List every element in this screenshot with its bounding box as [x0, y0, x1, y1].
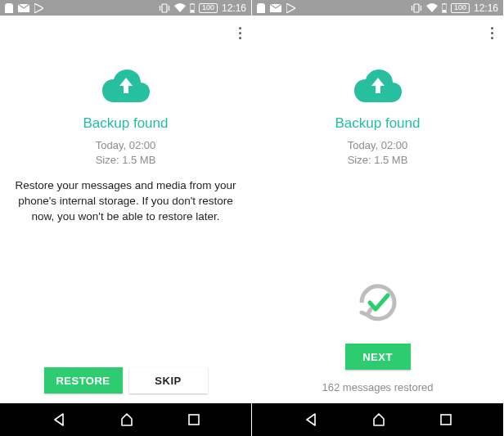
- subtitle: Today, 02:00 Size: 1.5 MB: [348, 138, 408, 167]
- play-icon: [34, 3, 43, 13]
- phone-right: 100 12:16 Backup found Today, 02:00 Size…: [252, 0, 504, 436]
- mail-icon: [18, 4, 29, 12]
- content-right: Backup found Today, 02:00 Size: 1.5 MB N…: [252, 16, 503, 403]
- title: Backup found: [83, 115, 169, 132]
- sim-icon: [257, 3, 265, 13]
- status-left-icons: [257, 3, 295, 13]
- phone-left: 100 12:16 Backup found Today, 02:00 Size…: [0, 0, 252, 436]
- svg-rect-15: [441, 415, 451, 425]
- vibrate-icon: [411, 3, 422, 13]
- status-right-icons: 100 12:16: [411, 2, 498, 14]
- description: Restore your messages and media from you…: [0, 178, 251, 225]
- mail-icon: [270, 4, 281, 12]
- backup-date: Today, 02:00: [96, 139, 155, 151]
- restored-count: 162 messages restored: [322, 381, 434, 393]
- svg-rect-1: [162, 4, 167, 12]
- svg-rect-6: [191, 10, 194, 12]
- cloud-upload-icon: [100, 66, 152, 107]
- navbar: [0, 403, 251, 436]
- battery-bar-icon: [190, 3, 195, 13]
- backup-size: Size: 1.5 MB: [96, 154, 156, 166]
- nav-recent-button[interactable]: [439, 413, 452, 426]
- sim-icon: [5, 3, 13, 13]
- content-left: Backup found Today, 02:00 Size: 1.5 MB R…: [0, 16, 251, 403]
- next-button[interactable]: Next: [345, 344, 411, 370]
- nav-back-button[interactable]: [304, 412, 318, 427]
- nav-home-button[interactable]: [119, 412, 134, 427]
- status-bar: 100 12:16: [252, 0, 503, 16]
- svg-rect-9: [414, 4, 419, 12]
- status-left-icons: [5, 3, 43, 13]
- overflow-menu-button[interactable]: [239, 27, 241, 39]
- svg-rect-13: [443, 3, 445, 4]
- wifi-icon: [174, 3, 186, 12]
- center-block: Backup found Today, 02:00 Size: 1.5 MB: [252, 16, 503, 178]
- play-icon: [286, 3, 295, 13]
- svg-rect-14: [443, 10, 446, 12]
- battery-bar-icon: [442, 3, 447, 13]
- backup-date: Today, 02:00: [348, 139, 407, 151]
- nav-back-button[interactable]: [52, 412, 66, 427]
- wifi-icon: [426, 3, 438, 12]
- restore-button[interactable]: Restore: [44, 367, 123, 393]
- nav-home-button[interactable]: [371, 412, 386, 427]
- footer-buttons: Restore Skip: [0, 367, 251, 393]
- backup-size: Size: 1.5 MB: [348, 154, 408, 166]
- skip-button[interactable]: Skip: [129, 367, 208, 393]
- navbar: [252, 403, 503, 436]
- overflow-menu-button[interactable]: [491, 27, 493, 39]
- vibrate-icon: [159, 3, 170, 13]
- svg-rect-7: [189, 415, 199, 425]
- clock: 12:16: [474, 2, 498, 14]
- battery-level: 100: [451, 3, 470, 13]
- svg-rect-5: [191, 3, 193, 4]
- title: Backup found: [335, 115, 421, 132]
- footer-right: Next 162 messages restored: [252, 276, 503, 393]
- status-right-icons: 100 12:16: [159, 2, 246, 14]
- center-block: Backup found Today, 02:00 Size: 1.5 MB R…: [0, 16, 251, 225]
- battery-level: 100: [199, 3, 218, 13]
- clock: 12:16: [222, 2, 246, 14]
- cloud-upload-icon: [352, 66, 404, 107]
- success-check-icon: [352, 276, 404, 332]
- subtitle: Today, 02:00 Size: 1.5 MB: [96, 138, 156, 167]
- nav-recent-button[interactable]: [187, 413, 200, 426]
- status-bar: 100 12:16: [0, 0, 251, 16]
